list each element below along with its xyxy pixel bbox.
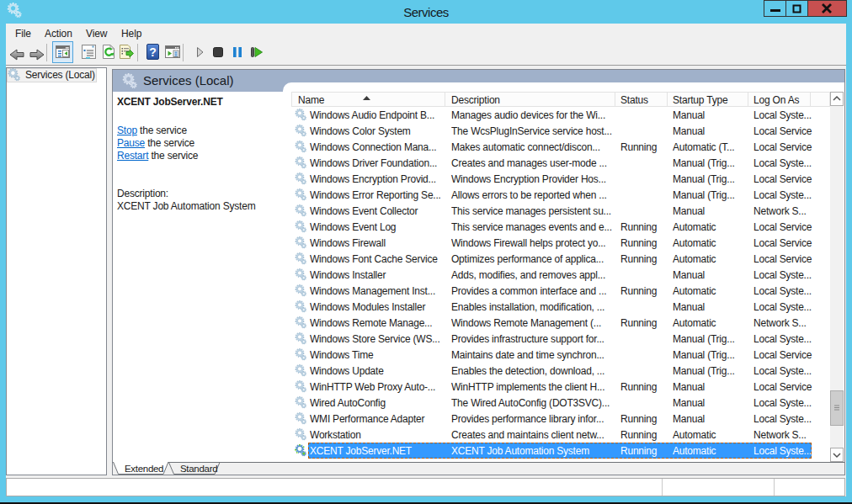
svg-text:?: ? bbox=[149, 45, 157, 59]
